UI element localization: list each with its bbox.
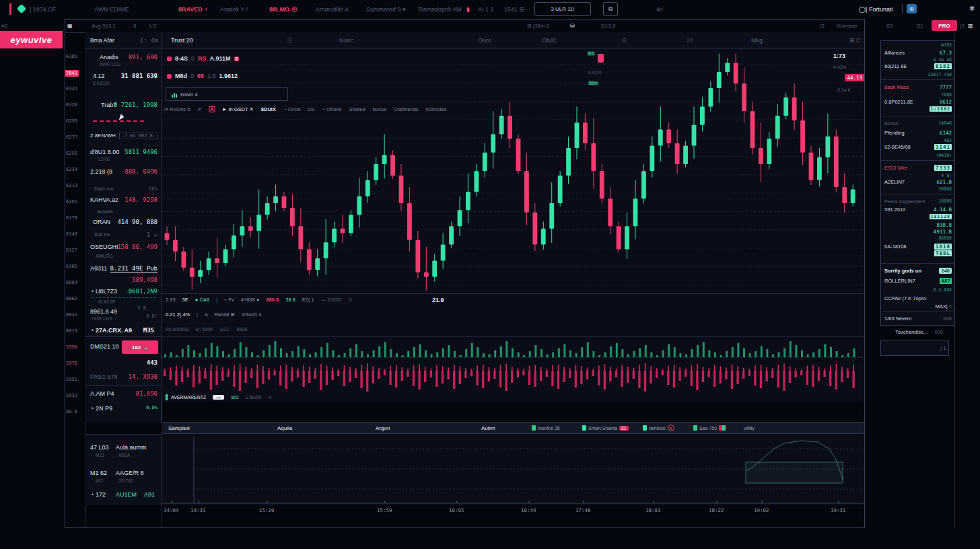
- tool-oddfriends[interactable]: Oddfriends: [394, 106, 419, 112]
- legend-chip-months[interactable]: months 35: [532, 425, 560, 431]
- depth-subchart[interactable]: [162, 434, 864, 505]
- ob-row[interactable]: Alliances67.3: [884, 50, 952, 56]
- instrument-name[interactable]: Dam.ma: [94, 186, 113, 192]
- sidebar-tab-s1[interactable]: S1: [917, 23, 923, 29]
- tab-g[interactable]: G: [622, 37, 627, 44]
- instrument-name[interactable]: ORAN: [93, 219, 110, 225]
- instrument-name[interactable]: A9311: [90, 265, 107, 272]
- top-menu-bar: 3 ULR 11! ⧉ ⊕ ✱ | 1974 CFAWN EDIME8RAVED…: [0, 0, 980, 19]
- ulr-button[interactable]: 3 ULR 11!: [534, 2, 591, 16]
- volume-histogram-green[interactable]: [162, 336, 864, 361]
- account-fortunati[interactable]: ◯| Fortunati: [859, 6, 893, 13]
- instrument-name[interactable]: ◔ 27A.CRX. A9: [90, 327, 132, 334]
- tab-ouro[interactable]: Ouro: [478, 37, 491, 44]
- layout-icons[interactable]: ⊞ C: [849, 37, 861, 44]
- instrument-name[interactable]: 8ub ba: [94, 231, 110, 237]
- ob-row[interactable]: Pfending6142: [884, 130, 952, 136]
- col-sampled[interactable]: Sampled: [168, 425, 190, 431]
- sidebar-search-input[interactable]: [881, 344, 940, 352]
- instrument-name[interactable]: 8961.8 49: [90, 308, 117, 315]
- tab-mkg[interactable]: Mkg: [751, 37, 763, 44]
- ob-row[interactable]: 0.8P0211.8E0612: [884, 99, 952, 105]
- tool-a-chip[interactable]: 🄰: [209, 106, 215, 112]
- price-ladder[interactable]: 6385704163426320629962776256623462136191…: [65, 54, 85, 431]
- ob-row[interactable]: Sorrily gods un240: [884, 268, 952, 274]
- menu-icon[interactable]: ☰: [287, 37, 292, 44]
- tab-trust20[interactable]: Trust 20: [171, 37, 193, 44]
- tool-gsdt[interactable]: ► In GSDT ✕: [222, 106, 254, 112]
- ob-row[interactable]: CCPAir (7.K 7opro: [884, 295, 952, 301]
- order-marker[interactable]: [598, 54, 604, 63]
- sidebar-tab-b3[interactable]: 83: [886, 23, 893, 29]
- instrument-name[interactable]: KAHVA.az: [90, 196, 118, 203]
- ob-row[interactable]: ESCI Mire7333: [884, 165, 952, 171]
- symbol-name[interactable]: M6d: [175, 73, 187, 79]
- ob-row[interactable]: 02-0E45/081141: [884, 144, 952, 150]
- price-ladder-value: AD-8: [66, 409, 77, 414]
- instrument-name[interactable]: 2.218 (8: [90, 168, 112, 175]
- pro-button[interactable]: PRO: [932, 20, 957, 31]
- tool-others[interactable]: ◔ Others: [322, 106, 341, 112]
- ob-row[interactable]: 0A-18108 1818 T88L: [884, 244, 952, 256]
- menu-ramadopoli[interactable]: Ramadopoli AM: [419, 6, 462, 13]
- menu-ai[interactable]: AI 1 1: [478, 6, 494, 13]
- tool-circle[interactable]: ◔ Circle: [283, 106, 301, 112]
- indicator-frame[interactable]: Islam 4: [166, 87, 288, 101]
- tool-footnotes[interactable]: footnotes: [426, 106, 447, 112]
- instrument-name[interactable]: 2 8EN/WH: [90, 133, 116, 139]
- buy-button[interactable]: 162⌄: [122, 340, 158, 354]
- ob-value: 621.8: [936, 179, 952, 185]
- legend-chip-sea[interactable]: Sea 750: [693, 425, 726, 431]
- globe-icon[interactable]: ⊕: [907, 4, 917, 13]
- instrument-name[interactable]: ◔ U8L7Z3: [90, 288, 117, 295]
- ob-sub: A911.8: [884, 229, 952, 235]
- tool-bduix[interactable]: 8DUIX: [261, 106, 276, 112]
- chat-icon[interactable]: ▥: [968, 23, 973, 29]
- menu-1541[interactable]: 1541 ⊞: [504, 6, 524, 13]
- menu-amandililc[interactable]: Amandililc 4: [316, 6, 349, 13]
- tool-shared[interactable]: Shared: [349, 106, 365, 112]
- caret-icon: ⌄: [143, 344, 148, 351]
- histogram-chip[interactable]: —: [213, 395, 224, 400]
- instrument-name[interactable]: Anadis: [100, 54, 118, 61]
- col-aquila[interactable]: Aquila: [277, 425, 292, 431]
- instrument-field[interactable]: 8.231 49E Pub: [110, 265, 158, 272]
- clipboard-icon[interactable]: ⧉: [603, 2, 618, 16]
- col-argon[interactable]: Argon: [376, 425, 390, 431]
- time-axis-label: 14:04: [164, 507, 179, 513]
- legend-chip-utility[interactable]: utility: [744, 426, 755, 431]
- ob-row[interactable]: 60|211 8E8182: [884, 63, 952, 69]
- col-autim[interactable]: Autim: [481, 425, 495, 431]
- tool-bonus[interactable]: bonus: [373, 106, 386, 112]
- ind-20000: — 20000: [321, 297, 341, 303]
- legend-chip-smart-shanta[interactable]: Smart Shanta 31: [582, 425, 629, 431]
- brand-logo[interactable]: eywuvive: [0, 31, 63, 48]
- tab-nunc[interactable]: Nunc: [339, 37, 353, 44]
- ob-value: 67.3: [940, 50, 952, 56]
- symbol-name[interactable]: 8-4S: [175, 55, 188, 62]
- menu-awn-edime[interactable]: AWN EDIME: [94, 6, 129, 13]
- cents-label: 0.1a ¢: [837, 87, 850, 92]
- tool-pen[interactable]: ✐: [197, 106, 201, 112]
- instrument-name[interactable]: OSEUGHI: [90, 244, 118, 250]
- candlestick-chart[interactable]: 8-4S 0 RS A.911M 8 M6d 0 65 1.8 1.9612 I…: [162, 48, 864, 293]
- menu-anatek[interactable]: Anatek Y /: [220, 6, 248, 13]
- ob-row[interactable]: 8aqk Mass7777: [884, 84, 952, 90]
- ob-row[interactable]: A2ELIN7621.8: [884, 179, 952, 185]
- ob-row[interactable]: 1/63 Severn600: [884, 316, 952, 322]
- touch-row[interactable]: Touchandise... 000: [895, 329, 943, 335]
- tab-faint[interactable]: 20: [687, 37, 693, 44]
- menu-braved[interactable]: 8RAVED ⚡: [178, 6, 209, 13]
- menu-summared[interactable]: Summared 9 ▾: [366, 6, 406, 13]
- legend-chip-rainbow[interactable]: rainbow ⊘: [643, 425, 674, 431]
- tool-rooms[interactable]: ⟳ Rooms 6: [164, 106, 190, 112]
- snowflake-icon[interactable]: ✱: [969, 5, 975, 12]
- volume-histogram-red[interactable]: [162, 361, 864, 392]
- tab-ob41[interactable]: Ob41: [542, 37, 557, 44]
- instrument-name[interactable]: d'8U1 8.00: [90, 149, 119, 155]
- tool-do[interactable]: Do: [308, 106, 315, 112]
- ob-row[interactable]: ROLLERLIN7A87: [884, 278, 952, 284]
- menu-belmo[interactable]: 88LMO ⦿: [269, 6, 298, 13]
- instrument-name[interactable]: 4.12: [93, 73, 105, 79]
- ob-row[interactable]: 391.20104.14.8: [884, 207, 952, 213]
